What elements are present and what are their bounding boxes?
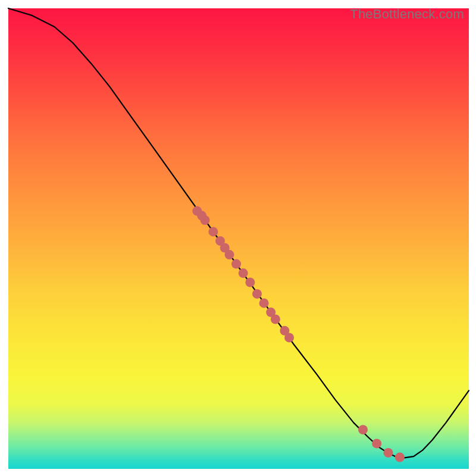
highlighted-points-group <box>192 206 405 462</box>
data-point <box>372 439 381 448</box>
data-point <box>284 333 294 342</box>
data-point <box>245 278 255 287</box>
data-point <box>252 289 262 299</box>
bottleneck-curve <box>8 8 469 458</box>
data-point <box>259 298 269 308</box>
data-point <box>225 250 234 259</box>
data-point <box>201 215 210 225</box>
data-point <box>239 268 248 278</box>
data-point <box>395 453 405 462</box>
data-point <box>208 227 218 236</box>
chart-overlay <box>8 8 469 469</box>
data-point <box>271 315 280 324</box>
data-point <box>358 425 368 434</box>
plot-area: TheBottleneck.com <box>8 8 469 469</box>
data-point <box>384 448 393 458</box>
chart-canvas: TheBottleneck.com <box>0 0 476 476</box>
data-point <box>231 259 241 269</box>
